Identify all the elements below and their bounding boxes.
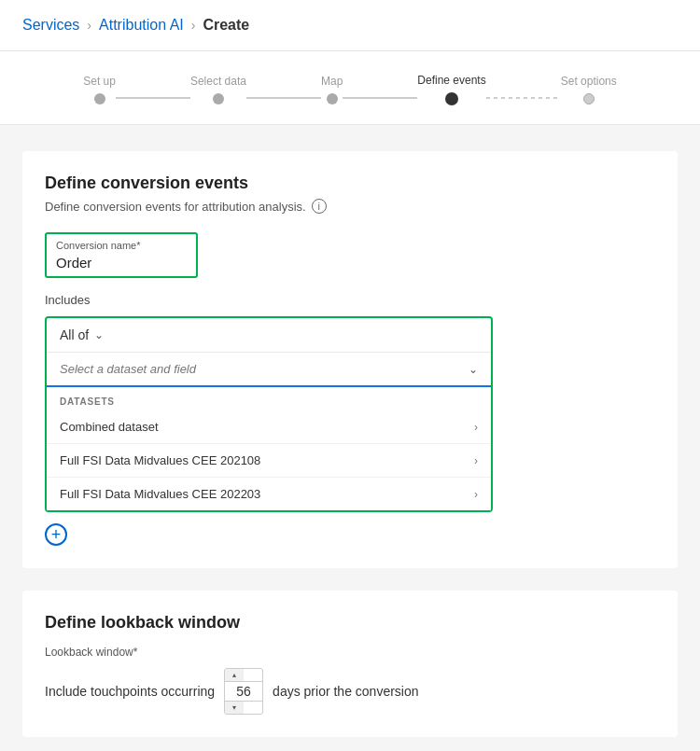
step-label-map: Map — [321, 75, 343, 88]
step-label-set-options: Set options — [561, 75, 617, 88]
define-events-section: Define conversion events Define conversi… — [22, 151, 678, 568]
dataset-item-name-1: Full FSI Data Midvalues CEE 202108 — [60, 453, 260, 467]
days-input[interactable] — [225, 681, 262, 702]
add-button-row: + — [45, 523, 655, 546]
days-decrement-button[interactable]: ▾ — [225, 702, 244, 714]
dataset-select-input[interactable] — [60, 362, 469, 376]
step-line-3 — [343, 97, 417, 99]
all-of-text: All of — [60, 327, 89, 342]
step-set-options: Set options — [561, 75, 617, 104]
datasets-section-label: DATASETS — [47, 387, 491, 410]
days-suffix-text: days prior the conversion — [273, 684, 418, 699]
step-dot-select-data — [213, 93, 224, 104]
breadcrumb-current: Create — [203, 17, 249, 34]
step-define-events: Define events — [417, 74, 485, 105]
conversion-name-group: Conversion name* — [45, 232, 655, 278]
define-events-desc-text: Define conversion events for attribution… — [45, 200, 306, 214]
stepper-container: Set up Select data Map Define events — [0, 51, 700, 125]
breadcrumb: Services › Attribution AI › Create — [0, 0, 700, 51]
step-dot-define-events — [445, 92, 458, 105]
step-line-1 — [116, 97, 190, 99]
info-icon[interactable]: i — [312, 199, 327, 214]
select-chevron-icon: ⌄ — [469, 363, 478, 376]
dataset-item-0[interactable]: Combined dataset › — [47, 410, 491, 444]
chevron-right-icon-0: › — [474, 421, 478, 434]
step-dot-setup — [94, 93, 105, 104]
dataset-item-name-2: Full FSI Data Midvalues CEE 202203 — [60, 487, 260, 501]
breadcrumb-sep1: › — [87, 18, 91, 33]
chevron-down-icon: ⌄ — [94, 328, 104, 341]
step-label-setup: Set up — [83, 75, 116, 88]
step-dot-set-options — [583, 93, 595, 104]
stepper: Set up Select data Map Define events — [83, 74, 617, 105]
dataset-item-1[interactable]: Full FSI Data Midvalues CEE 202108 › — [47, 444, 491, 478]
lookback-row: Include touchpoints occurring ▴ ▾ days p… — [45, 668, 655, 715]
define-events-desc: Define conversion events for attribution… — [45, 199, 655, 214]
page-container: Services › Attribution AI › Create Set u… — [0, 0, 700, 751]
add-condition-button[interactable]: + — [45, 523, 67, 546]
lookback-title: Define lookback window — [45, 613, 655, 633]
step-select-data: Select data — [190, 75, 246, 104]
step-label-define-events: Define events — [417, 74, 485, 87]
dropdown-panel: DATASETS Combined dataset › Full FSI Dat… — [47, 387, 491, 510]
includes-label: Includes — [45, 293, 655, 307]
includes-box: All of ⌄ ⌄ DATASETS Combined dataset › — [45, 316, 493, 512]
step-map: Map — [321, 75, 343, 104]
breadcrumb-attribution-ai[interactable]: Attribution AI — [99, 17, 184, 34]
days-increment-button[interactable]: ▴ — [225, 669, 244, 681]
include-touchpoints-text: Include touchpoints occurring — [45, 684, 215, 699]
breadcrumb-sep2: › — [191, 18, 196, 33]
lookback-field-label: Lookback window* — [45, 646, 655, 659]
step-label-select-data: Select data — [190, 75, 246, 88]
conversion-name-wrapper: Conversion name* — [45, 232, 198, 278]
all-of-row[interactable]: All of ⌄ — [47, 318, 491, 353]
step-line-2 — [246, 97, 321, 99]
define-events-title: Define conversion events — [45, 174, 655, 193]
breadcrumb-services[interactable]: Services — [22, 17, 79, 34]
conversion-name-input[interactable] — [56, 255, 187, 271]
dataset-item-name-0: Combined dataset — [60, 420, 159, 434]
dataset-select-row[interactable]: ⌄ — [47, 353, 491, 387]
step-line-4 — [486, 97, 561, 99]
conversion-name-label: Conversion name* — [56, 240, 187, 251]
main-content: Define conversion events Define conversi… — [0, 125, 700, 751]
lookback-section: Define lookback window Lookback window* … — [22, 591, 678, 737]
chevron-right-icon-2: › — [474, 488, 478, 501]
days-stepper[interactable]: ▴ ▾ — [224, 668, 263, 715]
dataset-item-2[interactable]: Full FSI Data Midvalues CEE 202203 › — [47, 478, 491, 510]
step-setup: Set up — [83, 75, 116, 104]
step-dot-map — [327, 93, 338, 104]
chevron-right-icon-1: › — [474, 454, 478, 467]
